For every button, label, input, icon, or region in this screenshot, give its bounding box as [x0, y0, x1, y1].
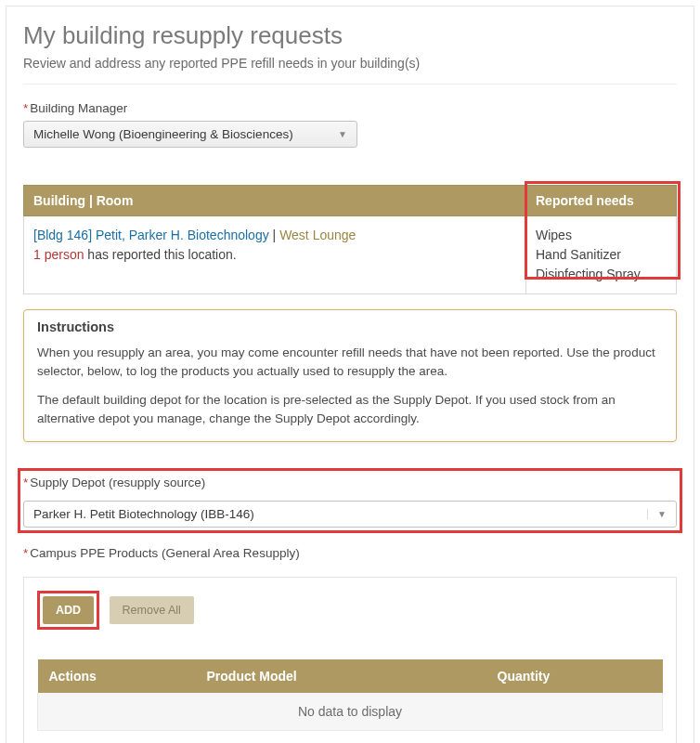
building-manager-label: Building Manager — [23, 101, 127, 115]
instructions-paragraph: The default building depot for the locat… — [37, 391, 663, 429]
report-table-wrap: Building | Room Reported needs [Bldg 146… — [23, 185, 677, 294]
col-building-room: Building | Room — [24, 186, 526, 216]
products-table: Actions Product Model Quantity No data t… — [37, 659, 663, 731]
building-manager-select[interactable]: Michelle Wong (Bioengineering & Bioscien… — [23, 121, 357, 148]
no-data-row: No data to display — [38, 693, 663, 731]
page-title: My building resupply requests — [23, 21, 677, 50]
divider — [23, 84, 677, 85]
add-button[interactable]: ADD — [43, 596, 94, 624]
building-manager-field: Building Manager Michelle Wong (Bioengin… — [23, 99, 677, 148]
report-table: Building | Room Reported needs [Bldg 146… — [23, 185, 677, 294]
page-panel: My building resupply requests Review and… — [6, 6, 694, 743]
need-item: Wipes — [536, 226, 667, 245]
supply-depot-field: Supply Depot (resupply source) Parker H.… — [23, 474, 677, 528]
instructions-panel: Instructions When you resupply an area, … — [23, 309, 677, 442]
table-row: [Bldg 146] Petit, Parker H. Biotechnolog… — [24, 216, 677, 294]
supply-depot-label: Supply Depot (resupply source) — [23, 476, 205, 489]
products-panel: ADD Remove All Actions Product Model Qua… — [23, 577, 677, 743]
chevron-down-icon: ▼ — [647, 509, 667, 519]
remove-all-button[interactable]: Remove All — [110, 596, 194, 624]
instructions-paragraph: When you resupply an area, you may come … — [37, 344, 663, 382]
building-manager-value: Michelle Wong (Bioengineering & Bioscien… — [33, 127, 293, 141]
col-actions: Actions — [38, 659, 196, 693]
separator: | — [269, 228, 279, 242]
col-reported-needs: Reported needs — [526, 186, 677, 216]
need-item: Disinfecting Spray — [536, 265, 667, 284]
col-quantity: Quantity — [486, 659, 663, 693]
page-subtitle: Review and address any reported PPE refi… — [23, 56, 677, 71]
highlight-add-button: ADD — [37, 591, 99, 630]
building-link[interactable]: [Bldg 146] Petit, Parker H. Biotechnolog… — [33, 228, 269, 242]
people-suffix: has reported this location. — [84, 247, 236, 262]
people-count: 1 person — [33, 247, 84, 262]
supply-depot-value: Parker H. Petit Biotechnology (IBB-146) — [33, 507, 254, 521]
need-item: Hand Sanitizer — [536, 245, 667, 265]
supply-depot-select[interactable]: Parker H. Petit Biotechnology (IBB-146) … — [23, 501, 677, 528]
chevron-down-icon: ▼ — [338, 129, 347, 139]
col-product-model: Product Model — [196, 659, 486, 693]
reported-needs-cell: Wipes Hand Sanitizer Disinfecting Spray — [526, 216, 677, 294]
products-label: Campus PPE Products (General Area Resupp… — [23, 546, 300, 560]
room-link[interactable]: West Lounge — [279, 228, 356, 242]
instructions-heading: Instructions — [37, 319, 663, 334]
